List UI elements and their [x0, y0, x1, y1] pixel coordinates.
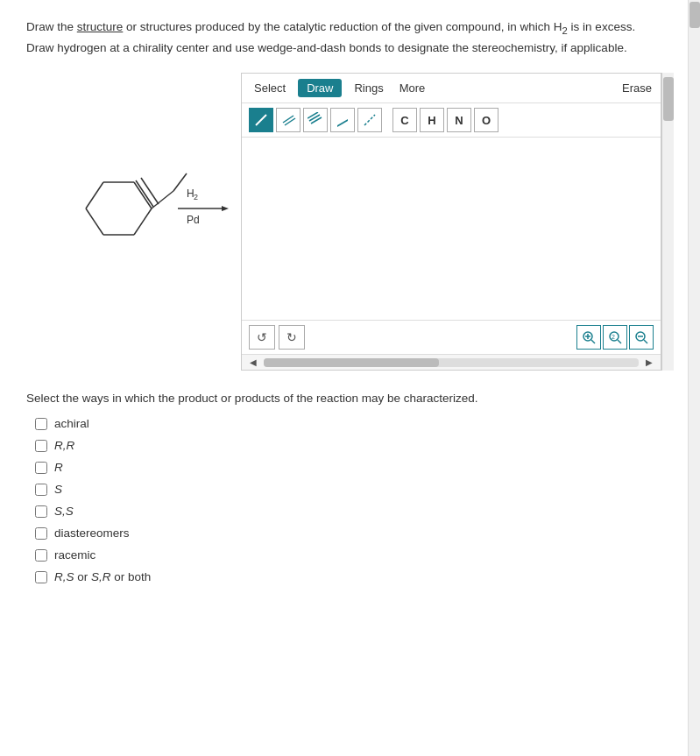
- list-item: diastereomers: [35, 526, 674, 540]
- ss-label[interactable]: S,S: [54, 505, 74, 518]
- select-button[interactable]: Select: [251, 80, 289, 96]
- draw-tools: C H N O: [242, 103, 661, 138]
- underline-structure: structure: [77, 20, 124, 33]
- drawer-panel: Select Draw Rings More Erase: [241, 73, 661, 371]
- undo-redo-group: ↺ ↻: [249, 325, 305, 350]
- zoom-out-button[interactable]: [629, 325, 654, 350]
- page-scroll-thumb: [689, 2, 700, 28]
- svg-text:Pd: Pd: [187, 214, 200, 226]
- diastereomers-label[interactable]: diastereomers: [54, 526, 130, 540]
- svg-line-16: [283, 116, 293, 123]
- redo-button[interactable]: ↻: [279, 325, 305, 350]
- draw-button[interactable]: Draw: [298, 79, 342, 97]
- svg-line-7: [141, 178, 159, 204]
- list-item: R: [35, 461, 674, 474]
- rsor-label[interactable]: R,S or S,R or both: [54, 570, 151, 583]
- svg-marker-14: [222, 206, 229, 211]
- main-content: H 2 Pd Select Draw Rings More Erase: [26, 73, 674, 371]
- carbon-atom-button[interactable]: C: [392, 108, 417, 132]
- racemic-checkbox[interactable]: [35, 549, 47, 562]
- list-item: R,S or S,R or both: [35, 570, 674, 583]
- svg-line-17: [285, 118, 295, 125]
- r-checkbox[interactable]: [35, 462, 47, 474]
- instructions: Draw the structure or structures produce…: [26, 18, 674, 57]
- rr-checkbox[interactable]: [35, 440, 47, 452]
- hydrogen-atom-button[interactable]: H: [420, 108, 444, 132]
- svg-line-31: [644, 340, 647, 343]
- wedge-bond-tool[interactable]: [330, 108, 355, 132]
- svg-line-0: [86, 208, 103, 235]
- oxygen-atom-button[interactable]: O: [474, 108, 498, 132]
- zoom-reset-button[interactable]: 2: [603, 325, 627, 350]
- erase-button[interactable]: Erase: [622, 81, 652, 95]
- vertical-scrollbar[interactable]: [661, 73, 674, 371]
- question-text: Select the ways in which the product or …: [26, 392, 674, 405]
- zoom-buttons: 2: [576, 325, 654, 350]
- question-section: Select the ways in which the product or …: [26, 392, 674, 583]
- molecule-svg: H 2 Pd: [38, 125, 230, 265]
- double-bond-tool[interactable]: [276, 108, 301, 132]
- ss-checkbox[interactable]: [35, 505, 47, 518]
- list-item: achiral: [35, 417, 674, 430]
- nitrogen-atom-button[interactable]: N: [447, 108, 471, 132]
- draw-canvas[interactable]: [242, 138, 661, 320]
- list-item: racemic: [35, 548, 674, 562]
- rsor-checkbox[interactable]: [35, 571, 47, 583]
- page-scrollbar[interactable]: [688, 0, 700, 756]
- svg-line-9: [173, 173, 187, 191]
- racemic-label[interactable]: racemic: [54, 548, 95, 562]
- svg-line-5: [86, 182, 103, 208]
- vertical-scroll-thumb: [663, 77, 674, 121]
- svg-line-24: [591, 340, 595, 343]
- zoom-in-button[interactable]: [576, 325, 601, 350]
- achiral-label[interactable]: achiral: [54, 417, 89, 430]
- toolbar: Select Draw Rings More Erase: [242, 74, 661, 103]
- scroll-right-arrow[interactable]: ▶: [642, 357, 656, 367]
- instruction-line1: Draw the structure or structures produce…: [26, 20, 635, 33]
- svg-marker-21: [337, 119, 348, 127]
- single-bond-tool[interactable]: [249, 108, 273, 132]
- molecule-area: H 2 Pd: [26, 73, 241, 265]
- list-item: S,S: [35, 505, 674, 518]
- horizontal-scrollbar[interactable]: ◀ ▶: [242, 354, 661, 370]
- list-item: R,R: [35, 439, 674, 452]
- r-label[interactable]: R: [54, 461, 63, 474]
- instruction-line2: Draw hydrogen at a chirality center and …: [26, 41, 627, 54]
- s-checkbox[interactable]: [35, 484, 47, 496]
- list-item: S: [35, 483, 674, 496]
- scroll-thumb: [264, 358, 439, 367]
- svg-line-15: [256, 115, 266, 125]
- s-label[interactable]: S: [54, 483, 62, 496]
- scroll-track[interactable]: [264, 358, 639, 367]
- dash-bond-tool[interactable]: [357, 108, 382, 132]
- svg-line-3: [134, 182, 152, 208]
- svg-line-6: [136, 180, 153, 207]
- svg-line-22: [364, 115, 375, 125]
- diastereomers-checkbox[interactable]: [35, 527, 47, 540]
- rr-label[interactable]: R,R: [54, 439, 74, 452]
- achiral-checkbox[interactable]: [35, 418, 47, 430]
- rings-button[interactable]: Rings: [350, 80, 386, 96]
- svg-text:2: 2: [612, 334, 615, 340]
- scroll-left-arrow[interactable]: ◀: [246, 357, 260, 367]
- svg-line-8: [152, 191, 173, 208]
- bottom-toolbar: ↺ ↻: [242, 320, 661, 354]
- svg-text:2: 2: [194, 193, 198, 201]
- checkboxes: achiral R,R R S S,S diastereomers racemi…: [35, 417, 674, 583]
- triple-bond-tool[interactable]: [303, 108, 328, 132]
- svg-line-28: [618, 340, 621, 343]
- more-button[interactable]: More: [396, 80, 429, 96]
- svg-line-2: [134, 208, 152, 235]
- undo-button[interactable]: ↺: [249, 325, 275, 350]
- drawer-wrapper: Select Draw Rings More Erase: [241, 73, 674, 371]
